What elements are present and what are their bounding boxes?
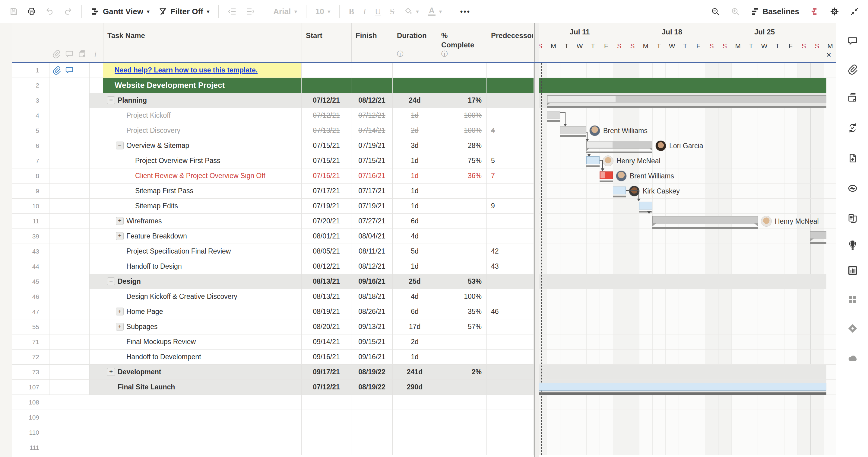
- row-number[interactable]: 11: [12, 214, 49, 229]
- cell-finish[interactable]: 07/15/21: [351, 153, 393, 168]
- cell-task[interactable]: Sitemap Edits: [103, 199, 302, 213]
- cell-pct[interactable]: [437, 78, 487, 93]
- cell-start[interactable]: 09/14/21: [302, 335, 351, 349]
- redo-button[interactable]: [63, 7, 72, 16]
- cell-task[interactable]: +Home Page: [103, 304, 302, 319]
- row-number[interactable]: 10: [12, 199, 49, 213]
- cell-start[interactable]: 07/13/21: [302, 123, 351, 138]
- row-number[interactable]: 46: [12, 289, 49, 304]
- cell-task[interactable]: +Development: [103, 365, 302, 379]
- cell-task[interactable]: Need help? Learn how to use this templat…: [103, 63, 302, 78]
- cell-duration[interactable]: 1d: [393, 349, 437, 364]
- row-number[interactable]: 107: [12, 380, 49, 395]
- cell-pct[interactable]: [437, 63, 487, 78]
- cell-duration[interactable]: 241d: [393, 365, 437, 379]
- save-button[interactable]: [9, 7, 18, 16]
- cell-start[interactable]: 07/19/21: [302, 199, 351, 213]
- cell-finish[interactable]: 07/27/21: [351, 214, 393, 229]
- cell-pred[interactable]: 9: [487, 199, 534, 213]
- cell-finish[interactable]: 07/16/21: [351, 168, 393, 183]
- cell-pct[interactable]: [437, 183, 487, 198]
- collapse-button[interactable]: −: [116, 142, 124, 149]
- zoom-out-button[interactable]: [711, 7, 720, 16]
- row-number[interactable]: 4: [12, 108, 49, 123]
- cell-pred[interactable]: [487, 319, 534, 334]
- cell-task[interactable]: Design Kickoff & Creative Discovery: [103, 289, 302, 304]
- row-number[interactable]: 2: [12, 78, 49, 93]
- sidebar-apps-grid-icon[interactable]: [847, 294, 858, 305]
- sidebar-proofs-icon[interactable]: [847, 92, 858, 103]
- cell-start[interactable]: [302, 440, 351, 455]
- cell-pred[interactable]: [487, 410, 534, 425]
- help-template-link[interactable]: Need help? Learn how to use this templat…: [115, 63, 257, 78]
- cell-finish[interactable]: [351, 63, 393, 78]
- cell-start[interactable]: 07/20/21: [302, 214, 351, 229]
- cell-finish[interactable]: 08/18/21: [351, 289, 393, 304]
- cell-start[interactable]: 07/16/21: [302, 168, 351, 183]
- cell-pred[interactable]: [487, 93, 534, 108]
- cell-duration[interactable]: [393, 425, 437, 440]
- sidebar-attachments-icon[interactable]: [847, 64, 858, 75]
- row-number[interactable]: 6: [12, 138, 49, 153]
- cell-finish[interactable]: 08/04/21: [351, 229, 393, 244]
- view-selector[interactable]: Gantt View▾: [91, 7, 149, 16]
- cell-pred[interactable]: 7: [487, 168, 534, 183]
- cell-finish[interactable]: [351, 410, 393, 425]
- cell-task[interactable]: Final Site Launch: [103, 380, 302, 395]
- cell-start[interactable]: 07/12/21: [302, 380, 351, 395]
- cell-duration[interactable]: 4d: [393, 229, 437, 244]
- fill-color-button[interactable]: ▾: [404, 7, 419, 16]
- row-number[interactable]: 72: [12, 349, 49, 364]
- cell-pred[interactable]: [487, 349, 534, 364]
- cell-start[interactable]: 07/12/21: [302, 93, 351, 108]
- cell-pct[interactable]: 100%: [437, 108, 487, 123]
- row-number[interactable]: 47: [12, 304, 49, 319]
- expand-button[interactable]: +: [116, 308, 124, 315]
- cell-start[interactable]: [302, 410, 351, 425]
- cell-start[interactable]: 07/17/21: [302, 183, 351, 198]
- cell-pct[interactable]: [437, 380, 487, 395]
- cell-task[interactable]: −Overview & Sitemap: [103, 138, 302, 153]
- row-number[interactable]: 39: [12, 229, 49, 244]
- cell-pct[interactable]: [437, 349, 487, 364]
- cell-task[interactable]: [103, 440, 302, 455]
- settings-button[interactable]: [830, 7, 839, 16]
- cell-pct[interactable]: 28%: [437, 138, 487, 153]
- row-number[interactable]: 110: [12, 425, 49, 440]
- print-button[interactable]: [27, 7, 36, 16]
- cell-task[interactable]: [103, 395, 302, 409]
- cell-task[interactable]: Handoff to Design: [103, 259, 302, 274]
- cell-pct[interactable]: [437, 214, 487, 229]
- bold-button[interactable]: B: [349, 7, 354, 16]
- cell-task[interactable]: +Wireframes: [103, 214, 302, 229]
- expand-button[interactable]: +: [107, 368, 115, 376]
- cell-duration[interactable]: 1d: [393, 259, 437, 274]
- cell-start[interactable]: 08/19/21: [302, 304, 351, 319]
- cell-start[interactable]: [302, 63, 351, 78]
- cell-pred[interactable]: [487, 425, 534, 440]
- more-options-button[interactable]: •••: [460, 7, 470, 16]
- cell-duration[interactable]: 3d: [393, 138, 437, 153]
- sidebar-dashboard-chart-icon[interactable]: [847, 265, 858, 276]
- row-number[interactable]: 7: [12, 153, 49, 168]
- row-number[interactable]: 3: [12, 93, 49, 108]
- cell-task[interactable]: [103, 410, 302, 425]
- column-header-pred[interactable]: Predecessors: [491, 31, 533, 40]
- row-number[interactable]: 43: [12, 244, 49, 259]
- strikethrough-button[interactable]: S: [390, 7, 395, 16]
- font-color-button[interactable]: A▾: [428, 7, 442, 16]
- collapse-button[interactable]: [850, 7, 859, 16]
- row-number[interactable]: 55: [12, 319, 49, 334]
- cell-finish[interactable]: 07/19/21: [351, 199, 393, 213]
- filter-selector[interactable]: Filter Off▾: [158, 7, 209, 16]
- cell-start[interactable]: 07/15/21: [302, 138, 351, 153]
- undo-button[interactable]: [45, 7, 54, 16]
- cell-pred[interactable]: [487, 289, 534, 304]
- cell-duration[interactable]: 2d: [393, 335, 437, 349]
- cell-duration[interactable]: 17d: [393, 319, 437, 334]
- expand-button[interactable]: +: [116, 323, 124, 331]
- cell-duration[interactable]: 24d: [393, 93, 437, 108]
- cell-task[interactable]: Project Kickoff: [103, 108, 302, 123]
- cell-duration[interactable]: 4d: [393, 289, 437, 304]
- cell-pred[interactable]: [487, 138, 534, 153]
